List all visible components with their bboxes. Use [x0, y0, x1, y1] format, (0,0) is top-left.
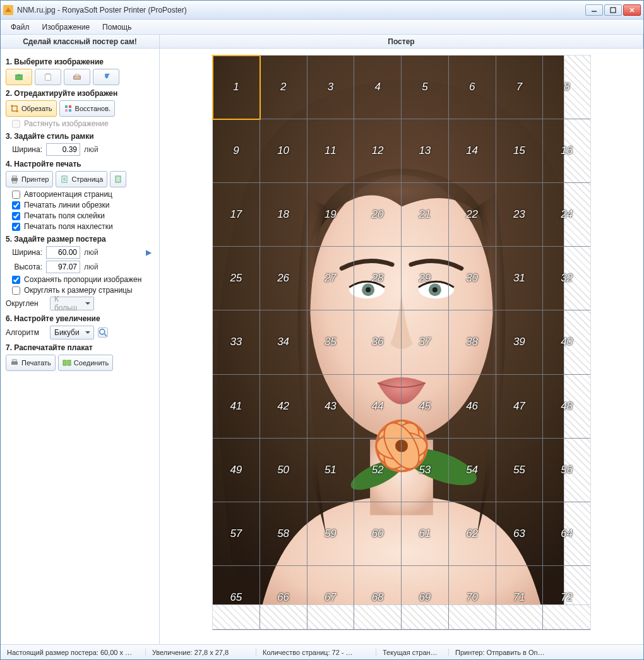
poster-cell[interactable]: 22	[449, 183, 496, 247]
poster-cell[interactable]: 71	[496, 566, 544, 630]
printer-button[interactable]: Принтер	[6, 171, 53, 187]
poster-cell[interactable]: 64	[543, 502, 590, 566]
print-overlap-checkbox[interactable]	[12, 223, 20, 231]
poster-cell[interactable]: 23	[496, 183, 544, 247]
poster-cell[interactable]: 13	[402, 119, 449, 183]
poster-cell[interactable]: 14	[449, 119, 496, 183]
open-image-button[interactable]	[6, 69, 32, 85]
poster-cell[interactable]: 24	[543, 183, 590, 247]
poster-cell[interactable]: 72	[543, 566, 590, 630]
poster-cell[interactable]: 66	[260, 566, 307, 630]
poster-cell[interactable]: 55	[496, 439, 544, 502]
poster-grid[interactable]: 1234567891011121314151617181920212223242…	[213, 56, 590, 630]
poster-cell[interactable]: 15	[496, 119, 544, 183]
poster-cell[interactable]: 19	[307, 183, 355, 247]
poster-cell[interactable]: 25	[213, 247, 260, 310]
poster-cell[interactable]: 21	[402, 183, 449, 247]
auto-orient-checkbox[interactable]	[12, 191, 20, 199]
print-glue-row[interactable]: Печатать поля склейки	[12, 211, 154, 220]
poster-cell[interactable]: 8	[543, 56, 590, 119]
poster-cell[interactable]: 32	[543, 247, 590, 310]
paste-button[interactable]	[35, 69, 61, 85]
poster-cell[interactable]: 26	[260, 247, 307, 310]
poster-cell[interactable]: 37	[402, 310, 449, 374]
poster-cell[interactable]: 6	[449, 56, 496, 119]
poster-cell[interactable]: 44	[354, 375, 402, 439]
round-combo[interactable]: К больш	[50, 297, 94, 310]
page-button[interactable]: Страница	[56, 171, 107, 187]
poster-cell[interactable]: 10	[260, 119, 307, 183]
print-overlap-row[interactable]: Печатать поля нахлестки	[12, 222, 154, 231]
poster-cell[interactable]: 65	[213, 566, 260, 630]
round-page-checkbox[interactable]	[12, 286, 20, 295]
size-expand-icon[interactable]: ▶	[146, 248, 152, 257]
print-cut-row[interactable]: Печатать линии обрезки	[12, 201, 154, 209]
poster-cell[interactable]: 5	[402, 56, 449, 119]
poster-cell[interactable]: 50	[260, 439, 307, 502]
poster-cell[interactable]: 38	[449, 310, 496, 374]
crop-button[interactable]: Обрезать	[6, 100, 57, 117]
close-button[interactable]	[623, 4, 641, 16]
poster-cell[interactable]: 20	[354, 183, 402, 247]
scan-button[interactable]	[64, 69, 90, 85]
poster-cell[interactable]: 52	[354, 439, 402, 502]
keep-ratio-row[interactable]: Сохранять пропорции изображен	[12, 275, 154, 284]
poster-cell[interactable]: 31	[496, 247, 544, 310]
export-button[interactable]	[93, 69, 119, 85]
border-width-input[interactable]	[46, 143, 80, 156]
poster-cell[interactable]: 43	[307, 375, 355, 439]
join-button[interactable]: Соединить	[58, 355, 114, 371]
poster-cell[interactable]: 18	[260, 183, 307, 247]
restore-button[interactable]: Восстанов.	[59, 100, 116, 117]
poster-cell[interactable]: 27	[307, 247, 355, 310]
round-page-row[interactable]: Округлять к размеру страницы	[12, 286, 154, 295]
auto-orient-row[interactable]: Автоориентация страниц	[12, 190, 154, 199]
poster-cell[interactable]: 62	[449, 502, 496, 566]
poster-cell[interactable]: 36	[354, 310, 402, 374]
poster-cell[interactable]: 34	[260, 310, 307, 374]
poster-cell[interactable]: 42	[260, 375, 307, 439]
poster-cell[interactable]: 4	[354, 56, 402, 119]
poster-cell[interactable]: 41	[213, 375, 260, 439]
poster-cell[interactable]: 49	[213, 439, 260, 502]
poster-cell[interactable]: 54	[449, 439, 496, 502]
poster-cell[interactable]: 2	[260, 56, 307, 119]
poster-cell[interactable]: 28	[354, 247, 402, 310]
stretch-checkbox[interactable]	[12, 120, 20, 128]
poster-cell[interactable]: 61	[402, 502, 449, 566]
print-button[interactable]: Печатать	[6, 355, 56, 371]
maximize-button[interactable]	[604, 4, 622, 16]
poster-cell[interactable]: 7	[496, 56, 544, 119]
page-settings-icon-button[interactable]	[110, 171, 126, 187]
poster-height-input[interactable]	[46, 261, 80, 273]
poster-cell[interactable]: 69	[402, 566, 449, 630]
poster-cell[interactable]: 60	[354, 502, 402, 566]
poster-cell[interactable]: 9	[213, 119, 260, 183]
poster-cell[interactable]: 47	[496, 375, 544, 439]
poster-cell[interactable]: 68	[354, 566, 402, 630]
poster-cell[interactable]: 59	[307, 502, 355, 566]
poster-cell[interactable]: 67	[307, 566, 355, 630]
poster-cell[interactable]: 45	[402, 375, 449, 439]
poster-width-input[interactable]	[46, 246, 80, 259]
poster-cell[interactable]: 16	[543, 119, 590, 183]
poster-cell[interactable]: 12	[354, 119, 402, 183]
algorithm-combo[interactable]: Бикуби	[50, 326, 94, 339]
print-glue-checkbox[interactable]	[12, 212, 20, 220]
poster-cell[interactable]: 48	[543, 375, 590, 439]
poster-canvas[interactable]: 1234567891011121314151617181920212223242…	[212, 55, 591, 630]
poster-cell[interactable]: 53	[402, 439, 449, 502]
print-cut-checkbox[interactable]	[12, 201, 20, 209]
poster-cell[interactable]: 30	[449, 247, 496, 310]
poster-cell[interactable]: 40	[543, 310, 590, 374]
poster-cell[interactable]: 70	[449, 566, 496, 630]
keep-ratio-checkbox[interactable]	[12, 276, 20, 284]
poster-cell[interactable]: 33	[213, 310, 260, 374]
poster-cell[interactable]: 17	[213, 183, 260, 247]
poster-cell[interactable]: 35	[307, 310, 355, 374]
poster-cell[interactable]: 39	[496, 310, 544, 374]
poster-cell[interactable]: 63	[496, 502, 544, 566]
poster-cell[interactable]: 11	[307, 119, 355, 183]
poster-cell[interactable]: 29	[402, 247, 449, 310]
poster-cell[interactable]: 57	[213, 502, 260, 566]
